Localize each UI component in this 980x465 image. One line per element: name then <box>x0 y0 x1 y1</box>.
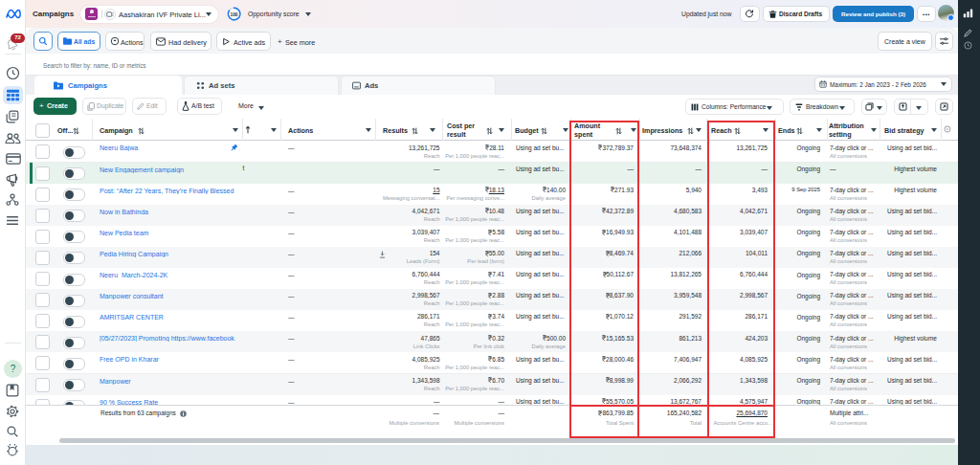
svg-text:100: 100 <box>231 12 238 17</box>
